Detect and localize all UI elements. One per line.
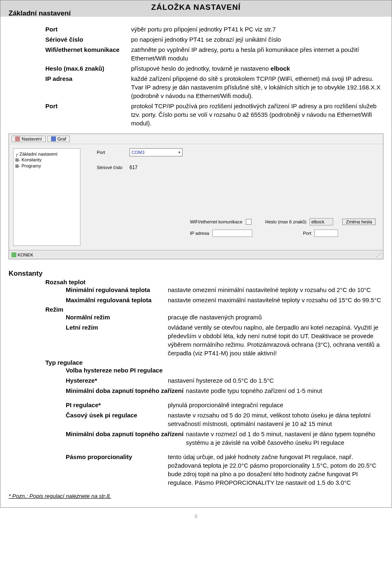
port2-label: Port bbox=[45, 102, 131, 127]
page-number: 5 bbox=[0, 514, 392, 519]
app-port2-input[interactable] bbox=[314, 230, 338, 237]
status-icon bbox=[11, 252, 16, 257]
graph-icon bbox=[51, 136, 56, 141]
rezim-title: Režim bbox=[45, 306, 383, 313]
footnote: * Pozn.: Popis regulací naleznete na str… bbox=[9, 493, 383, 499]
tree-panel: ┌ Základní nastavení ⊞- Konstanty ⊞- Pro… bbox=[13, 148, 80, 246]
status-text: KONEK bbox=[18, 252, 33, 257]
pi-desc: plynulá proporcionálně integrační regula… bbox=[168, 401, 383, 409]
section-konstanty: Konstanty bbox=[9, 270, 383, 278]
rozsah-title: Rozsah teplot bbox=[45, 279, 383, 285]
section-basic: Základní nastavení bbox=[9, 9, 71, 18]
norm-label: Normální režim bbox=[66, 313, 168, 321]
settings-icon bbox=[15, 136, 20, 141]
min-label: Minimální regulovaná teplota bbox=[66, 285, 168, 294]
hyst-desc: nastavení hystereze od 0.5°C do 1.5°C bbox=[168, 376, 383, 385]
cas-label: Časový úsek pi regulace bbox=[66, 411, 168, 428]
app-port-combo[interactable]: COM3 ▾ bbox=[129, 148, 183, 156]
app-serial-label: Sériové číslo bbox=[97, 165, 129, 170]
port-desc: výběr portu pro připojení jednotky PT41 … bbox=[131, 25, 383, 33]
mindoba2-label: Minimální doba zapnutí topného zařízení bbox=[66, 430, 183, 447]
mindoba1-desc: nastavte podle typu topného zařízení od … bbox=[186, 386, 383, 395]
change-password-button[interactable]: Změna hesla bbox=[342, 218, 376, 225]
app-ip-label: IP adresa bbox=[190, 231, 209, 236]
app-ip-input[interactable] bbox=[212, 230, 252, 237]
min-desc: nastavte omezení minimální nastavitelné … bbox=[168, 285, 383, 294]
app-port-label: Port bbox=[97, 150, 129, 155]
ip-desc: každé zařízení připojené do sítě s proto… bbox=[131, 74, 383, 100]
max-label: Maximální regulovaná teplota bbox=[66, 296, 168, 304]
chevron-down-icon: ▾ bbox=[178, 150, 180, 154]
header-bar: ZÁLOŽKA NASTAVENÍ Základní nastavení bbox=[0, 0, 392, 17]
app-serial-value: 617 bbox=[129, 165, 138, 170]
tree-konstanty[interactable]: ⊞- Konstanty bbox=[15, 157, 78, 163]
typ-title: Typ regulace bbox=[45, 359, 383, 366]
letni-label: Letní režim bbox=[66, 323, 168, 357]
hyst-label: Hystereze* bbox=[66, 376, 168, 385]
app-heslo-input[interactable]: elbock bbox=[310, 218, 333, 225]
cas-desc: nastavte v rozsahu od 5 do 20 minut, vel… bbox=[168, 411, 383, 428]
wifi-desc: zatrhněte po vyplnění IP adresy, portu a… bbox=[131, 45, 383, 62]
serial-label: Sériové číslo bbox=[45, 35, 131, 44]
tree-programy[interactable]: ⊞- Programy bbox=[15, 163, 78, 169]
pi-label: PI regulace* bbox=[66, 401, 168, 409]
max-desc: nastavte omezení maximální nastavitelné … bbox=[168, 296, 383, 304]
norm-desc: pracuje dle nastavených programů bbox=[168, 313, 383, 321]
wifi-label: Wifi/ethernet komunikace bbox=[45, 45, 131, 62]
tab-settings[interactable]: Nastavení bbox=[11, 136, 46, 142]
pasmo-desc: tento údaj určuje, od jaké hodnoty začne… bbox=[168, 453, 383, 487]
app-wifi-checkbox[interactable] bbox=[246, 219, 252, 225]
volba-label: Volba hystereze nebo PI regulace bbox=[66, 366, 209, 375]
pasmo-label: Pásmo proporcionality bbox=[66, 453, 168, 487]
mindoba1-label: Minimální doba zapnutí topného zařízení bbox=[66, 386, 183, 395]
letni-desc: ovládané ventily se otevřou naplno, ale … bbox=[168, 323, 383, 357]
tree-root[interactable]: ┌ Základní nastavení bbox=[15, 151, 78, 157]
tab-graph[interactable]: Graf bbox=[47, 136, 70, 142]
pass-desc: přístupové heslo do jednotky, továrně je… bbox=[131, 64, 383, 73]
serial-desc: po napojení jednotky PT41 se zobrazí jej… bbox=[131, 35, 383, 44]
app-window: Nastavení Graf ┌ Základní nastavení ⊞- K… bbox=[9, 134, 383, 259]
app-wifi-label: WIFI/ethernet komunikace bbox=[190, 219, 242, 224]
app-heslo-label: Heslo (max 6 znaků) bbox=[265, 219, 307, 224]
port2-desc: protokol TCP/IP používá pro rozlišení je… bbox=[131, 102, 383, 127]
app-port2-label: Port bbox=[303, 231, 311, 236]
mindoba2-desc: nastavte v rozmezí od 1 do 5 minut, nast… bbox=[186, 430, 383, 447]
pass-label: Heslo (max.6 znaků) bbox=[45, 64, 131, 73]
resize-grip[interactable]: ⋰ bbox=[376, 252, 381, 258]
port-label: Port bbox=[45, 25, 131, 33]
ip-label: IP adresa bbox=[45, 74, 131, 100]
